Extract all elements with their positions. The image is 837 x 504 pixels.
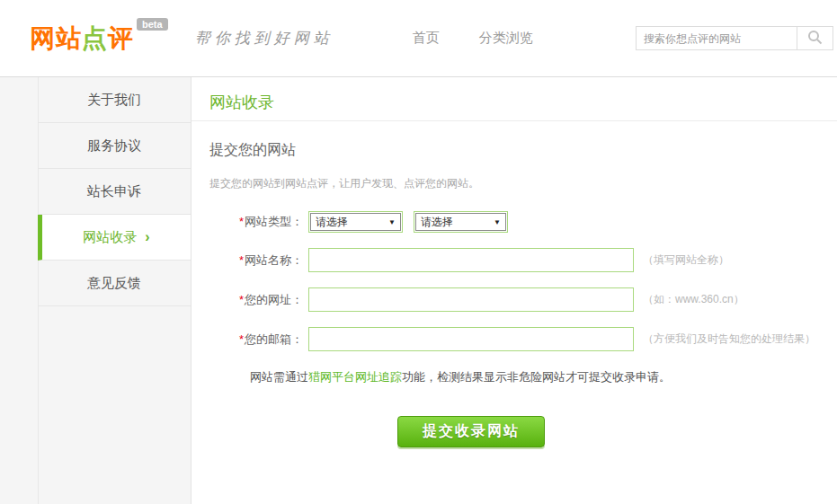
section-title: 提交您的网站: [209, 141, 837, 160]
required-asterisk: *: [239, 253, 244, 267]
logo-text: 网站: [30, 24, 82, 52]
sidebar-menu: 关于我们 服务协议 站长申诉 网站收录 › 意见反馈: [38, 77, 191, 306]
sidebar: 关于我们 服务协议 站长申诉 网站收录 › 意见反馈: [0, 77, 191, 504]
liewang-tracking-link[interactable]: 猎网平台网址追踪: [308, 370, 402, 384]
page-title-bar: 网站收录: [191, 77, 837, 121]
section-description: 提交您的网站到网站点评，让用户发现、点评您的网站。: [209, 176, 837, 191]
sidebar-item-about[interactable]: 关于我们: [38, 77, 191, 123]
logo-text: 评: [108, 24, 134, 52]
main-content: 网站收录 提交您的网站 提交您的网站到网站点评，让用户发现、点评您的网站。 *网…: [191, 77, 837, 504]
sidebar-item-label: 服务协议: [87, 137, 141, 155]
sidebar-item-appeal[interactable]: 站长申诉: [38, 169, 191, 215]
email-input[interactable]: [308, 327, 634, 351]
site-name-input[interactable]: [308, 248, 634, 272]
nav-categories-link[interactable]: 分类浏览: [479, 30, 533, 47]
site-submission-form: *网站类型： 请选择 ▼ 请选择 ▼: [209, 211, 837, 447]
sidebar-item-label: 关于我们: [87, 92, 141, 109]
site-type-select-2[interactable]: 请选择 ▼: [414, 211, 508, 233]
nav-home-link[interactable]: 首页: [413, 30, 440, 47]
sidebar-item-terms[interactable]: 服务协议: [38, 123, 191, 169]
required-asterisk: *: [239, 215, 244, 228]
select-value: 请选择: [316, 215, 348, 230]
site-type-select-1[interactable]: 请选择 ▼: [308, 211, 403, 233]
email-row: *您的邮箱： （方便我们及时告知您的处理结果）: [209, 327, 837, 351]
sidebar-item-label: 站长申诉: [87, 183, 141, 200]
header: 网站点评beta 帮你找到好网站 首页 分类浏览: [0, 0, 837, 77]
sidebar-item-label: 意见反馈: [87, 275, 141, 292]
chevron-down-icon: ▼: [388, 218, 396, 226]
chevron-down-icon: ▼: [494, 218, 501, 226]
site-url-hint: （如：www.360.cn）: [643, 292, 744, 307]
sidebar-item-feedback[interactable]: 意见反馈: [38, 261, 191, 306]
logo[interactable]: 网站点评beta: [30, 22, 168, 56]
search-input[interactable]: [637, 27, 797, 49]
site-url-label: *您的网址：: [209, 292, 303, 308]
site-name-row: *网站名称： （填写网站全称）: [209, 248, 837, 272]
sidebar-item-site-inclusion[interactable]: 网站收录 ›: [38, 215, 191, 261]
chevron-right-icon: ›: [145, 230, 149, 244]
submit-row: 提交收录网站: [308, 416, 634, 447]
select-value: 请选择: [421, 215, 453, 230]
beta-badge: beta: [137, 18, 168, 31]
search-button[interactable]: [797, 27, 833, 49]
required-asterisk: *: [239, 293, 244, 306]
site-url-row: *您的网址： （如：www.360.cn）: [209, 287, 837, 312]
logo-text: 点: [82, 24, 108, 52]
required-asterisk: *: [239, 332, 244, 346]
sidebar-item-label: 网站收录: [83, 229, 137, 246]
site-name-label: *网站名称：: [209, 252, 303, 269]
tagline: 帮你找到好网站: [195, 28, 334, 49]
site-type-row: *网站类型： 请选择 ▼ 请选择 ▼: [209, 211, 837, 233]
main-nav: 首页 分类浏览: [413, 30, 533, 47]
note-text: 网站需通过猎网平台网址追踪功能，检测结果显示非危险网站才可提交收录申请。: [250, 369, 837, 385]
search-box: [636, 26, 833, 50]
page-body: 关于我们 服务协议 站长申诉 网站收录 › 意见反馈 网站收录 提交您的网站 提…: [0, 77, 837, 504]
email-label: *您的邮箱：: [209, 332, 303, 348]
site-url-input[interactable]: [308, 287, 634, 312]
search-icon: [807, 30, 823, 48]
site-type-label: *网站类型：: [209, 214, 303, 230]
page-title: 网站收录: [209, 92, 837, 113]
submit-site-section: 提交您的网站 提交您的网站到网站点评，让用户发现、点评您的网站。 *网站类型： …: [191, 121, 837, 447]
submit-site-button[interactable]: 提交收录网站: [397, 416, 545, 447]
site-name-hint: （填写网站全称）: [643, 252, 729, 268]
email-hint: （方便我们及时告知您的处理结果）: [643, 332, 815, 347]
